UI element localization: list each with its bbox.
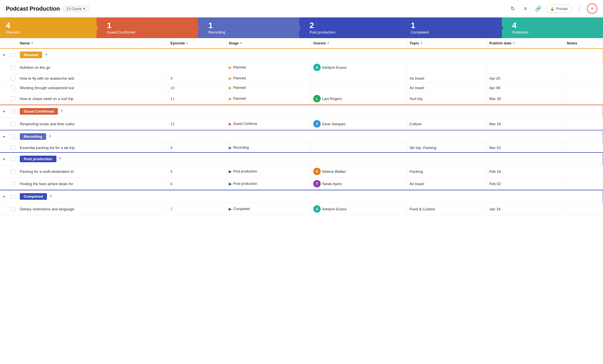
pipeline-stage-published[interactable]: 4 Published <box>502 17 603 38</box>
add-button[interactable]: + <box>587 3 597 14</box>
avatar: Z <box>313 120 321 128</box>
add-to-group-guest[interactable]: + <box>60 108 63 114</box>
stage-arrow-icon: ▶ <box>229 169 232 174</box>
expand-icon-completed[interactable]: ▼ <box>2 195 5 198</box>
stage-arrow-icon: ▶ <box>229 96 232 101</box>
row-pubdate: Mar 30 <box>487 93 565 105</box>
group-checkbox-planned[interactable] <box>11 53 15 57</box>
filter-button[interactable]: ≡ <box>520 3 531 14</box>
row-notes <box>564 143 603 153</box>
th-filter-topic[interactable]: Topic▼ <box>410 41 423 45</box>
pipeline-stage-planned[interactable]: 4 Planned <box>0 17 97 38</box>
pipeline-label-recording: Recording <box>208 30 225 34</box>
row-notes <box>564 178 603 190</box>
row-guests <box>311 74 407 83</box>
row-checkbox[interactable] <box>11 96 15 101</box>
stage-arrow-icon: ▶ <box>229 145 232 150</box>
group-row-completed: ▼Completed+ <box>0 190 603 203</box>
row-topic: Food & Cuisine <box>407 203 487 215</box>
row-checkbox[interactable] <box>11 169 15 174</box>
row-notes <box>564 61 603 74</box>
row-checkbox[interactable] <box>11 65 15 70</box>
count-badge[interactable]: 13 Count ▼ <box>63 5 89 12</box>
row-stage: ▶Recording <box>226 143 311 153</box>
group-label-completed: Completed <box>20 193 47 200</box>
avatar: L <box>313 95 321 102</box>
pipeline-stage-recording[interactable]: 1 Recording <box>198 17 299 38</box>
pipeline-num-recording: 1 <box>208 21 225 30</box>
row-topic: Culture <box>407 118 487 130</box>
row-checkbox[interactable] <box>11 76 15 81</box>
th-filter-name[interactable]: Name▼ <box>20 41 34 45</box>
th-filter-episode[interactable]: Episode▼ <box>171 41 189 45</box>
row-pubdate: Mar 02 <box>487 143 565 153</box>
group-checkbox-guest[interactable] <box>11 109 15 114</box>
th-check <box>8 38 17 48</box>
group-row-planned: ▼Planned+ <box>0 48 603 61</box>
avatar: T <box>313 180 321 187</box>
group-row-guest: ▼Guest Confirmed+ <box>0 105 603 118</box>
table-container: Name▼Episode▼Stage▼Guests▼Topic▼Publish … <box>0 38 603 215</box>
th-pubdate[interactable]: Publish date▼ <box>487 38 565 48</box>
th-stage[interactable]: Stage▼ <box>226 38 311 48</box>
lock-icon: 🔒 <box>550 7 555 11</box>
add-to-group-recording[interactable]: + <box>48 133 52 139</box>
pipeline-num-guest: 1 <box>107 21 135 30</box>
avatar: A <box>313 205 321 213</box>
group-checkbox-postprod[interactable] <box>11 157 15 161</box>
th-guests[interactable]: Guests▼ <box>311 38 407 48</box>
row-notes <box>564 83 603 93</box>
pipeline-num-published: 4 <box>512 21 528 30</box>
group-checkbox-recording[interactable] <box>11 134 15 139</box>
row-checkbox[interactable] <box>11 181 15 186</box>
pipeline-stage-completed[interactable]: 1 Completed <box>400 17 502 38</box>
th-filter-stage[interactable]: Stage▼ <box>229 41 242 45</box>
th-notes: Notes <box>564 38 603 48</box>
add-to-group-postprod[interactable]: + <box>59 156 62 161</box>
pipeline-stage-guest[interactable]: 1 Guest Confirmed <box>97 17 198 38</box>
row-topic: Surf trip <box>407 93 487 105</box>
add-to-group-planned[interactable]: + <box>44 52 48 57</box>
main-table: Name▼Episode▼Stage▼Guests▼Topic▼Publish … <box>0 38 603 215</box>
row-episode <box>168 61 226 74</box>
row-stage: ▶Post production <box>226 165 311 178</box>
row-episode: 7 <box>168 203 226 215</box>
th-topic[interactable]: Topic▼ <box>407 38 487 48</box>
add-to-group-completed[interactable]: + <box>49 193 52 199</box>
table-row: Working through unexpected sce10▶Planned… <box>0 83 603 93</box>
row-guests: SSelena Walker <box>311 165 407 178</box>
pipeline-num-planned: 4 <box>6 21 19 30</box>
filter-icon-pubdate: ▼ <box>512 42 515 45</box>
row-checkbox[interactable] <box>11 122 15 126</box>
th-filter-pubdate[interactable]: Publish date▼ <box>489 41 515 45</box>
table-row: How to fly with an avalanche airb9▶Plann… <box>0 74 603 83</box>
row-checkbox[interactable] <box>11 145 15 150</box>
filter-icon-guests: ▼ <box>327 42 330 45</box>
link-button[interactable]: 🔗 <box>533 3 543 14</box>
row-name: How to chase swell on a surf trip <box>17 93 168 105</box>
table-row: Respecting locals and their cultur12▶Gue… <box>0 118 603 130</box>
expand-icon-planned[interactable]: ▼ <box>2 53 5 57</box>
row-episode: 5 <box>168 165 226 178</box>
pipeline-stage-postprod[interactable]: 2 Post production <box>299 17 400 38</box>
app-title: Podcast Production <box>6 5 60 12</box>
group-label-postprod: Post production <box>20 156 56 162</box>
row-pubdate: Apr 20 <box>487 74 565 83</box>
row-checkbox[interactable] <box>11 207 15 211</box>
more-options-button[interactable]: ⋮ <box>574 3 585 14</box>
stage-arrow-icon: ▶ <box>229 85 232 90</box>
row-checkbox[interactable] <box>11 85 15 90</box>
group-checkbox-completed[interactable] <box>11 194 15 199</box>
expand-icon-guest[interactable]: ▼ <box>2 110 5 113</box>
row-stage: ▶Post production <box>226 178 311 190</box>
th-episode[interactable]: Episode▼ <box>168 38 226 48</box>
th-filter-guests[interactable]: Guests▼ <box>313 41 330 45</box>
row-guests: ZZane Vasquez <box>311 118 407 130</box>
th-name[interactable]: Name▼ <box>17 38 168 48</box>
expand-icon-recording[interactable]: ▼ <box>2 135 5 138</box>
stage-arrow-icon: ▶ <box>229 76 232 81</box>
private-button[interactable]: 🔒 Private <box>546 5 572 13</box>
refresh-button[interactable]: ↻ <box>508 3 518 14</box>
row-stage: ▶Completed <box>226 203 311 215</box>
expand-icon-postprod[interactable]: ▼ <box>2 157 5 161</box>
